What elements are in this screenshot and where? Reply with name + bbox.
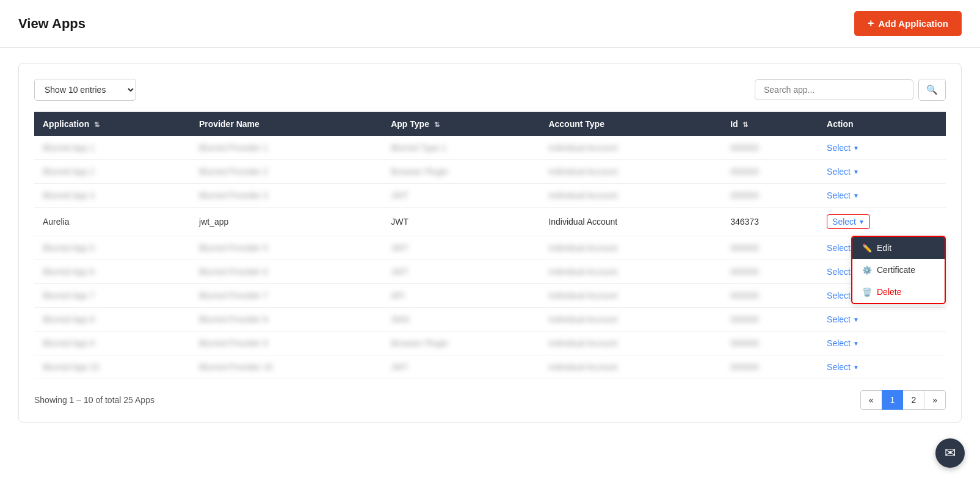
action-cell: Select ▼ bbox=[818, 355, 946, 379]
col-application[interactable]: Application ⇅ bbox=[34, 112, 191, 136]
chat-icon: ✉ bbox=[945, 445, 956, 461]
col-account-type[interactable]: Account Type bbox=[540, 112, 722, 136]
card: Show 5 entries Show 10 entries Show 25 e… bbox=[18, 63, 962, 423]
dropdown-delete[interactable]: 🗑️ Delete bbox=[852, 281, 945, 303]
apps-table: Application ⇅ Provider Name App Type ⇅ A… bbox=[34, 112, 946, 379]
cell-provider: jwt_app bbox=[191, 208, 382, 236]
search-input[interactable] bbox=[755, 79, 913, 100]
cell-account-type: Individual Account bbox=[540, 208, 722, 236]
pagination: « 1 2 » bbox=[861, 390, 946, 410]
cell-application: Blurred App 3 bbox=[34, 184, 191, 208]
show-entries-select[interactable]: Show 5 entries Show 10 entries Show 25 e… bbox=[34, 79, 136, 101]
select-button[interactable]: Select ▼ bbox=[827, 167, 859, 176]
select-button[interactable]: Select ▼ bbox=[827, 314, 859, 324]
chat-fab[interactable]: ✉ bbox=[935, 438, 965, 468]
chevron-down-icon: ▼ bbox=[853, 145, 859, 151]
col-id[interactable]: Id ⇅ bbox=[722, 112, 818, 136]
cell-application: Blurred App 1 bbox=[34, 136, 191, 160]
cell-provider: Blurred Provider 9 bbox=[191, 332, 382, 355]
select-button[interactable]: Select ▼ bbox=[827, 214, 870, 229]
select-button[interactable]: Select ▼ bbox=[827, 362, 859, 372]
cell-id: 000000 bbox=[722, 260, 818, 284]
chevron-down-icon: ▼ bbox=[853, 192, 859, 199]
select-button[interactable]: Select ▼ bbox=[827, 143, 859, 153]
table-row: Blurred App 5 Blurred Provider 5 JWT Ind… bbox=[34, 236, 946, 260]
cell-id: 000000 bbox=[722, 184, 818, 208]
cell-account-type: Individual Account bbox=[540, 136, 722, 160]
chevron-down-icon: ▼ bbox=[853, 364, 859, 371]
action-cell: Select ▼ bbox=[818, 160, 946, 184]
top-header: View Apps + Add Application bbox=[0, 0, 980, 48]
cell-provider: Blurred Provider 10 bbox=[191, 355, 382, 379]
cell-app-type: Browser Plugin bbox=[382, 160, 540, 184]
table-row: Blurred App 7 Blurred Provider 7 API Ind… bbox=[34, 284, 946, 308]
cell-app-type: JWT bbox=[382, 184, 540, 208]
cell-app-type: JWT bbox=[382, 236, 540, 260]
dropdown-edit[interactable]: ✏️ Edit bbox=[852, 237, 945, 259]
cell-provider: Blurred Provider 6 bbox=[191, 260, 382, 284]
cell-app-type: JWT bbox=[382, 208, 540, 236]
sort-icon-id: ⇅ bbox=[742, 121, 748, 128]
cell-provider: Blurred Provider 7 bbox=[191, 284, 382, 308]
pagination-page-1[interactable]: 1 bbox=[882, 390, 904, 410]
cell-application: Blurred App 7 bbox=[34, 284, 191, 308]
col-app-type[interactable]: App Type ⇅ bbox=[382, 112, 540, 136]
cell-account-type: Individual Account bbox=[540, 332, 722, 355]
sort-icon-application: ⇅ bbox=[94, 121, 100, 128]
cell-application: Blurred App 9 bbox=[34, 332, 191, 355]
cell-application: Blurred App 8 bbox=[34, 308, 191, 332]
table-row: Blurred App 10 Blurred Provider 10 JWT I… bbox=[34, 355, 946, 379]
cell-account-type: Individual Account bbox=[540, 236, 722, 260]
cell-provider: Blurred Provider 2 bbox=[191, 160, 382, 184]
cell-id: 000000 bbox=[722, 284, 818, 308]
table-controls: Show 5 entries Show 10 entries Show 25 e… bbox=[34, 79, 946, 101]
cell-application: Blurred App 6 bbox=[34, 260, 191, 284]
table-row: Blurred App 6 Blurred Provider 6 JWT Ind… bbox=[34, 260, 946, 284]
cell-application: Blurred App 5 bbox=[34, 236, 191, 260]
content-area: Show 5 entries Show 10 entries Show 25 e… bbox=[0, 48, 980, 438]
table-row: Blurred App 1 Blurred Provider 1 Blurred… bbox=[34, 136, 946, 160]
action-cell: Select ▼ ✏️ Edit ⚙️ Certificate 🗑️ Delet… bbox=[818, 208, 946, 236]
cell-app-type: SMS bbox=[382, 308, 540, 332]
dropdown-menu: ✏️ Edit ⚙️ Certificate 🗑️ Delete bbox=[851, 236, 946, 304]
table-body: Blurred App 1 Blurred Provider 1 Blurred… bbox=[34, 136, 946, 379]
action-cell: Select ▼ bbox=[818, 308, 946, 332]
cell-account-type: Individual Account bbox=[540, 160, 722, 184]
select-button[interactable]: Select ▼ bbox=[827, 338, 859, 348]
cell-account-type: Individual Account bbox=[540, 260, 722, 284]
pagination-page-2[interactable]: 2 bbox=[902, 390, 924, 410]
cell-provider: Blurred Provider 3 bbox=[191, 184, 382, 208]
search-icon: 🔍 bbox=[926, 84, 938, 95]
add-application-label: Add Application bbox=[879, 18, 948, 29]
cell-id: 000000 bbox=[722, 136, 818, 160]
cell-id: 346373 bbox=[722, 208, 818, 236]
add-application-button[interactable]: + Add Application bbox=[854, 11, 962, 36]
pagination-next[interactable]: » bbox=[924, 390, 946, 410]
select-button[interactable]: Select ▼ bbox=[827, 191, 859, 200]
table-footer: Showing 1 – 10 of total 25 Apps « 1 2 » bbox=[34, 390, 946, 410]
cell-application: Blurred App 10 bbox=[34, 355, 191, 379]
cell-id: 000000 bbox=[722, 160, 818, 184]
page-wrapper: View Apps + Add Application Show 5 entri… bbox=[0, 0, 980, 483]
pagination-prev[interactable]: « bbox=[860, 390, 882, 410]
cell-account-type: Individual Account bbox=[540, 284, 722, 308]
action-cell: Select ▼ bbox=[818, 136, 946, 160]
delete-icon: 🗑️ bbox=[862, 288, 872, 297]
cell-account-type: Individual Account bbox=[540, 184, 722, 208]
cell-account-type: Individual Account bbox=[540, 355, 722, 379]
action-cell: Select ▼ bbox=[818, 184, 946, 208]
col-provider-name[interactable]: Provider Name bbox=[191, 112, 382, 136]
search-button[interactable]: 🔍 bbox=[918, 79, 946, 101]
showing-text: Showing 1 – 10 of total 25 Apps bbox=[34, 395, 154, 405]
edit-label: Edit bbox=[877, 243, 891, 253]
action-cell: Select ▼ bbox=[818, 332, 946, 355]
cell-account-type: Individual Account bbox=[540, 308, 722, 332]
col-action: Action bbox=[818, 112, 946, 136]
dropdown-certificate[interactable]: ⚙️ Certificate bbox=[852, 259, 945, 281]
cell-id: 000000 bbox=[722, 332, 818, 355]
cell-id: 000000 bbox=[722, 355, 818, 379]
table-row: Blurred App 3 Blurred Provider 3 JWT Ind… bbox=[34, 184, 946, 208]
cell-provider: Blurred Provider 1 bbox=[191, 136, 382, 160]
table-row: Aurelia jwt_app JWT Individual Account 3… bbox=[34, 208, 946, 236]
plus-icon: + bbox=[868, 17, 874, 30]
